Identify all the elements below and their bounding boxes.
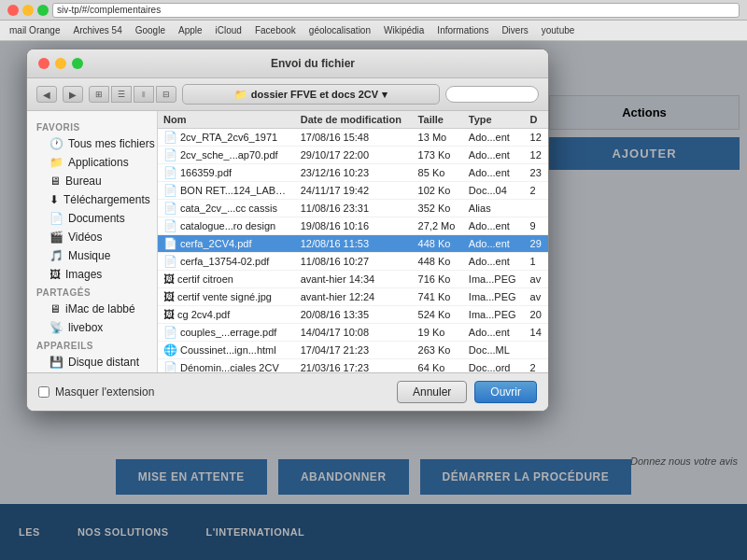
- file-name: 📄cata_2cv_...cc cassis: [158, 200, 295, 217]
- file-name: 📄couples_...errage.pdf: [158, 324, 295, 342]
- dialog-close-button[interactable]: [38, 58, 49, 69]
- file-date: 23/12/16 10:23: [295, 164, 413, 182]
- chevron-down-icon: ▾: [382, 89, 388, 101]
- cancel-button[interactable]: Annuler: [397, 381, 467, 403]
- download-icon: ⬇: [49, 193, 59, 206]
- file-size: 448 Ko: [413, 235, 463, 253]
- file-type: Ado...ent: [463, 235, 525, 253]
- file-name: 📄2cv_sche_...ap70.pdf: [158, 147, 295, 164]
- dialog-minimize-button[interactable]: [55, 58, 66, 69]
- sidebar-item-livebox[interactable]: 📡 livebox: [27, 318, 157, 337]
- sidebar-item-bureau[interactable]: 🖥 Bureau: [27, 172, 157, 190]
- url-bar[interactable]: siv-tp/#/complementaires: [52, 3, 740, 18]
- file-d: 2: [525, 182, 548, 200]
- file-name: 📄2cv_RTA_2cv6_1971: [158, 129, 295, 147]
- file-d: [525, 200, 548, 217]
- file-name: 📄cerfa_2CV4.pdf: [158, 235, 295, 253]
- file-type: Doc...04: [463, 182, 525, 200]
- table-row[interactable]: 🖼certif citroen avant-hier 14:34 716 Ko …: [158, 271, 548, 288]
- file-type: Ado...ent: [463, 164, 525, 182]
- table-header: Nom Date de modification Taille Type D: [158, 111, 548, 129]
- file-date: 14/04/17 10:08: [295, 324, 413, 342]
- dialog-titlebar: Envoi du fichier: [27, 49, 548, 78]
- sidebar-item-applications[interactable]: 📁 Applications: [27, 153, 157, 172]
- file-size: 741 Ko: [413, 288, 463, 306]
- table-row[interactable]: 🖼cg 2cv4.pdf 20/08/16 13:35 524 Ko Ima..…: [158, 306, 548, 324]
- icon-view-button[interactable]: ⊞: [89, 86, 109, 103]
- sidebar-item-tous[interactable]: 🕐 Tous mes fichiers: [27, 134, 157, 153]
- bookmark-info[interactable]: Informations: [433, 24, 492, 36]
- table-row[interactable]: 📄2cv_sche_...ap70.pdf 29/10/17 22:00 173…: [158, 147, 548, 164]
- table-row[interactable]: 📄couples_...errage.pdf 14/04/17 10:08 19…: [158, 324, 548, 342]
- sidebar-label-documents: Documents: [68, 212, 125, 225]
- bookmark-wiki[interactable]: Wikipédia: [380, 24, 428, 36]
- file-size: 27,2 Mo: [413, 217, 463, 235]
- file-date: avant-hier 12:24: [295, 288, 413, 306]
- back-button[interactable]: ◀: [36, 86, 57, 103]
- file-name: 📄166359.pdf: [158, 164, 295, 182]
- file-type: Ado...ent: [463, 147, 525, 164]
- video-icon: 🎬: [49, 231, 63, 244]
- sidebar-label-images: Images: [65, 268, 102, 281]
- col-nom: Nom: [158, 111, 295, 129]
- file-date: avant-hier 14:34: [295, 271, 413, 288]
- table-row[interactable]: 🌐Coussinet...ign...html 17/04/17 21:23 2…: [158, 342, 548, 359]
- list-view-button[interactable]: ☰: [111, 86, 132, 103]
- col-type: Type: [463, 111, 525, 129]
- livebox-icon: 📡: [49, 321, 63, 334]
- table-row[interactable]: 📄Dénomin...ciales 2CV 21/03/16 17:23 64 …: [158, 359, 548, 373]
- table-row[interactable]: 📄2cv_RTA_2cv6_1971 17/08/16 15:48 13 Mo …: [158, 129, 548, 147]
- table-row[interactable]: 🖼certif vente signé.jpg avant-hier 12:24…: [158, 288, 548, 306]
- sidebar-item-musique[interactable]: 🎵 Musique: [27, 246, 157, 265]
- table-row[interactable]: 📄BON RET...124_LABBE 24/11/17 19:42 102 …: [158, 182, 548, 200]
- forward-button[interactable]: ▶: [63, 86, 83, 103]
- folder-icon: 📁: [234, 89, 247, 101]
- dialog-maximize-button[interactable]: [72, 58, 83, 69]
- file-d: 12: [525, 147, 548, 164]
- table-row[interactable]: 📄cata_2cv_...cc cassis 11/08/16 23:31 35…: [158, 200, 548, 217]
- bookmark-icloud[interactable]: iCloud: [212, 24, 246, 36]
- open-button[interactable]: Ouvrir: [474, 381, 537, 403]
- close-button[interactable]: [7, 5, 19, 16]
- bookmark-google[interactable]: Google: [132, 24, 169, 36]
- bookmark-geo[interactable]: géolocalisation: [305, 24, 374, 36]
- file-d: 9: [525, 217, 548, 235]
- column-view-button[interactable]: ⦀: [134, 86, 154, 103]
- minimize-button[interactable]: [22, 5, 34, 16]
- sidebar-item-telechargements[interactable]: ⬇ Téléchargements: [27, 190, 157, 209]
- sidebar-item-imac[interactable]: 🖥 iMac de labbé: [27, 300, 157, 318]
- maximize-button[interactable]: [37, 5, 49, 16]
- cover-view-button[interactable]: ⊟: [156, 86, 176, 103]
- file-table: Nom Date de modification Taille Type D 📄…: [158, 111, 548, 372]
- file-size: 263 Ko: [413, 342, 463, 359]
- file-name: 🖼certif citroen: [158, 271, 295, 288]
- bookmark-youtube[interactable]: youtube: [538, 24, 579, 36]
- file-date: 11/08/16 10:27: [295, 253, 413, 271]
- table-row[interactable]: 📄cerfa_13754-02.pdf 11/08/16 10:27 448 K…: [158, 253, 548, 271]
- file-size: 102 Ko: [413, 182, 463, 200]
- file-name: 📄cerfa_13754-02.pdf: [158, 253, 295, 271]
- col-taille: Taille: [413, 111, 463, 129]
- file-type: Doc...ML: [463, 342, 525, 359]
- dialog-body: FAVORIS 🕐 Tous mes fichiers 📁 Applicatio…: [27, 111, 548, 372]
- bookmark-mail[interactable]: mail Orange: [6, 24, 63, 36]
- table-row[interactable]: 📄166359.pdf 23/12/16 10:23 85 Ko Ado...e…: [158, 164, 548, 182]
- table-row[interactable]: 📄cerfa_2CV4.pdf 12/08/16 11:53 448 Ko Ad…: [158, 235, 548, 253]
- file-d: 2: [525, 359, 548, 373]
- file-d: [525, 342, 548, 359]
- search-input[interactable]: [445, 86, 539, 103]
- hide-extension-checkbox[interactable]: [38, 386, 49, 398]
- col-d: D: [525, 111, 548, 129]
- sidebar-item-disque[interactable]: 💾 Disque distant: [27, 353, 157, 371]
- sidebar-item-images[interactable]: 🖼 Images: [27, 265, 157, 284]
- bookmark-apple[interactable]: Apple: [175, 24, 206, 36]
- bookmark-archives[interactable]: Archives 54: [69, 24, 125, 36]
- bookmark-divers[interactable]: Divers: [498, 24, 531, 36]
- table-row[interactable]: 📄catalogue...ro design 19/08/16 10:16 27…: [158, 217, 548, 235]
- sidebar-item-documents[interactable]: 📄 Documents: [27, 209, 157, 228]
- folder-selector[interactable]: 📁 dossier FFVE et docs 2CV ▾: [182, 84, 440, 105]
- bookmark-facebook[interactable]: Facebook: [251, 24, 300, 36]
- bookmarks-bar: mail Orange Archives 54 Google Apple iCl…: [0, 21, 747, 41]
- sidebar-item-videos[interactable]: 🎬 Vidéos: [27, 228, 157, 246]
- file-type: Ima...PEG: [463, 306, 525, 324]
